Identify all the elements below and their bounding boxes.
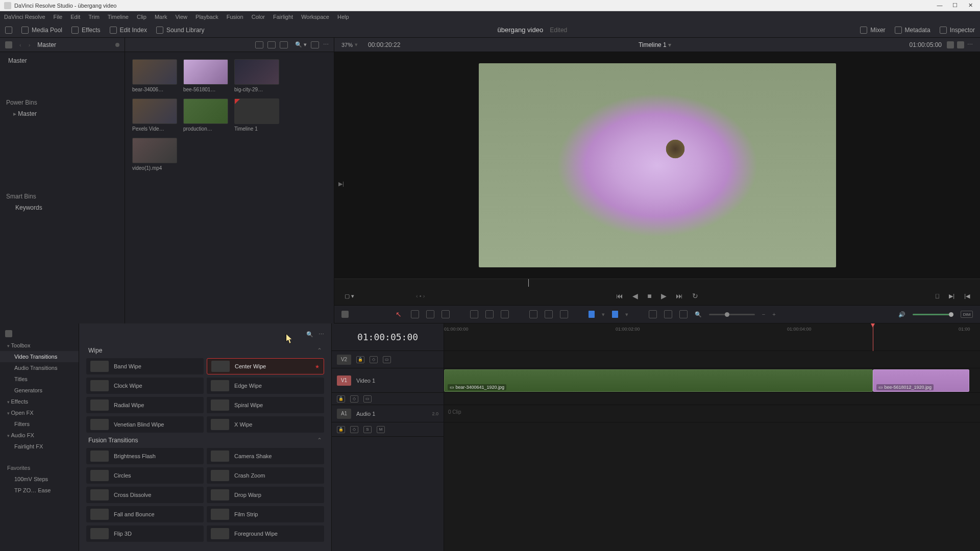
- inspector-button[interactable]: Inspector: [940, 27, 975, 34]
- fx-item-camera-shake[interactable]: Camera Shake: [207, 448, 324, 464]
- menu-help[interactable]: Help: [337, 14, 349, 20]
- fx-category-generators[interactable]: Generators: [0, 385, 79, 396]
- menu-fusion[interactable]: Fusion: [227, 14, 243, 20]
- fx-item-venetian-blind-wipe[interactable]: Venetian Blind Wipe: [86, 416, 204, 433]
- zoom-slider[interactable]: [709, 314, 755, 315]
- home-button[interactable]: [5, 27, 12, 34]
- fx-category-toolbox[interactable]: Toolbox: [0, 340, 79, 351]
- media-clip[interactable]: production…: [183, 98, 228, 132]
- fx-item-clock-wipe[interactable]: Clock Wipe: [86, 378, 204, 394]
- replace-tool-icon[interactable]: [501, 310, 509, 318]
- fx-item-spiral-wipe[interactable]: Spiral Wipe: [207, 397, 324, 413]
- track-disable-icon[interactable]: ▭: [383, 356, 391, 363]
- viewer-scrubber[interactable]: [334, 279, 980, 287]
- fx-item-film-strip[interactable]: Film Strip: [207, 506, 324, 522]
- loop-button[interactable]: ↻: [692, 292, 698, 300]
- smart-bin-item[interactable]: Keywords: [6, 202, 118, 213]
- lane-v1[interactable]: ▭ bear-3400641_1920.jpg▭ bee-5618012_192…: [444, 368, 980, 393]
- media-clip[interactable]: video(1).mp4: [132, 138, 177, 171]
- marker-blue-icon[interactable]: [612, 311, 618, 318]
- track-head-a1[interactable]: A1 Audio 1 2.0: [332, 405, 444, 422]
- insert-tool-icon[interactable]: [442, 310, 450, 318]
- selection-tool-icon[interactable]: [396, 310, 404, 318]
- skip-forward-icon[interactable]: ▶|: [338, 181, 344, 187]
- trim-tool-icon[interactable]: [411, 310, 419, 318]
- track-head-v2[interactable]: V2 🔒 ◇ ▭: [332, 351, 444, 368]
- favorite-item[interactable]: TP ZO… Ease: [0, 485, 79, 496]
- fx-item-drop-warp[interactable]: Drop Warp: [207, 487, 324, 503]
- power-bin-item[interactable]: Master: [6, 108, 118, 119]
- prev-marker-icon[interactable]: ‹ • ›: [416, 293, 425, 299]
- timeline-clip[interactable]: ▭ bee-5618012_1920.jpg: [873, 369, 969, 392]
- bin-view-icon[interactable]: [5, 41, 12, 48]
- timeline-view-icon[interactable]: [341, 311, 349, 318]
- favorite-star-icon[interactable]: ★: [315, 364, 320, 369]
- jump-end-button[interactable]: ⏭: [676, 292, 683, 300]
- stop-button[interactable]: ■: [647, 292, 651, 300]
- track-label-a1[interactable]: A1: [337, 409, 351, 419]
- razor-icon[interactable]: [529, 310, 537, 318]
- effects-button[interactable]: Effects: [71, 27, 100, 34]
- fx-more-icon[interactable]: ⋯: [318, 331, 324, 338]
- fx-item-radial-wipe[interactable]: Radial Wipe: [86, 397, 204, 413]
- dim-button[interactable]: DIM: [961, 311, 973, 318]
- fx-item-edge-wipe[interactable]: Edge Wipe: [207, 378, 324, 394]
- menu-trim[interactable]: Trim: [88, 14, 100, 20]
- fx-item-foreground-wipe[interactable]: Foreground Wipe: [207, 525, 324, 542]
- media-clip[interactable]: big-city-29…: [234, 59, 279, 92]
- solo-button[interactable]: S: [363, 426, 372, 433]
- bypass-icon[interactable]: [947, 41, 954, 48]
- track-lock-icon[interactable]: 🔒: [356, 356, 364, 363]
- fx-category-audio-transitions[interactable]: Audio Transitions: [0, 362, 79, 373]
- jump-start-button[interactable]: ⏮: [616, 292, 623, 300]
- bin-breadcrumb[interactable]: Master: [37, 41, 108, 48]
- track-label-v2[interactable]: V2: [337, 355, 351, 365]
- fx-item-x-wipe[interactable]: X Wipe: [207, 416, 324, 433]
- fx-item-band-wipe[interactable]: Band Wipe: [86, 358, 204, 374]
- viewer-zoom[interactable]: 37%: [341, 42, 353, 48]
- step-back-button[interactable]: ◀: [632, 292, 638, 300]
- fx-item-crash-zoom[interactable]: Crash Zoom: [207, 467, 324, 484]
- edit-index-button[interactable]: Edit Index: [110, 27, 147, 34]
- minimize-button[interactable]: —: [934, 2, 945, 9]
- fx-group-header[interactable]: Wipe: [86, 343, 324, 358]
- volume-icon[interactable]: 🔊: [898, 311, 905, 318]
- viewer-more-icon[interactable]: ⋯: [967, 41, 973, 48]
- zoom-fit-icon[interactable]: [664, 310, 672, 318]
- maximize-button[interactable]: ☐: [949, 2, 961, 9]
- favorite-item[interactable]: 100mV Steps: [0, 473, 79, 485]
- dropdown-icon[interactable]: ▢ ▾: [345, 293, 354, 299]
- flag-blue-icon[interactable]: [589, 311, 595, 318]
- media-clip[interactable]: Pexels Vide…: [132, 98, 177, 132]
- fx-item-brightness-flash[interactable]: Brightness Flash: [86, 448, 204, 464]
- match-frame-icon[interactable]: ⎕: [936, 293, 939, 299]
- track-lock-icon[interactable]: 🔒: [337, 395, 345, 403]
- fx-group-header[interactable]: Fusion Transitions: [86, 433, 324, 448]
- bin-color-dot[interactable]: [115, 43, 119, 47]
- mute-button[interactable]: M: [377, 426, 385, 433]
- more-icon[interactable]: ⋯: [323, 41, 329, 48]
- ripple-tool-icon[interactable]: [485, 310, 494, 318]
- menu-color[interactable]: Color: [252, 14, 265, 20]
- zoom-in-icon[interactable]: [679, 310, 688, 318]
- fx-category-fairlight-fx[interactable]: Fairlight FX: [0, 441, 79, 452]
- menu-mark[interactable]: Mark: [155, 14, 167, 20]
- track-disable-icon[interactable]: ▭: [363, 395, 372, 403]
- metadata-button[interactable]: Metadata: [895, 27, 930, 34]
- menu-playback[interactable]: Playback: [195, 14, 218, 20]
- out-icon[interactable]: |◀: [964, 293, 970, 299]
- play-button[interactable]: ▶: [661, 292, 667, 300]
- timeline-ruler[interactable]: 01:00:00:0001:00:02:0001:00:04:0001:00: [444, 323, 980, 350]
- fx-item-fall-and-bounce[interactable]: Fall and Bounce: [86, 506, 204, 522]
- media-pool-button[interactable]: Media Pool: [21, 27, 62, 34]
- menu-davinci-resolve[interactable]: DaVinci Resolve: [4, 14, 45, 20]
- lock-icon[interactable]: [560, 310, 568, 318]
- fx-search-icon[interactable]: 🔍: [306, 331, 313, 338]
- menu-view[interactable]: View: [175, 14, 187, 20]
- track-auto-icon[interactable]: ◇: [350, 426, 358, 433]
- volume-slider[interactable]: [913, 314, 953, 315]
- fx-category-video-transitions[interactable]: Video Transitions: [0, 351, 79, 362]
- menu-timeline[interactable]: Timeline: [108, 14, 129, 20]
- zoom-out-icon[interactable]: [649, 310, 657, 318]
- fx-panel-icon[interactable]: [5, 330, 12, 337]
